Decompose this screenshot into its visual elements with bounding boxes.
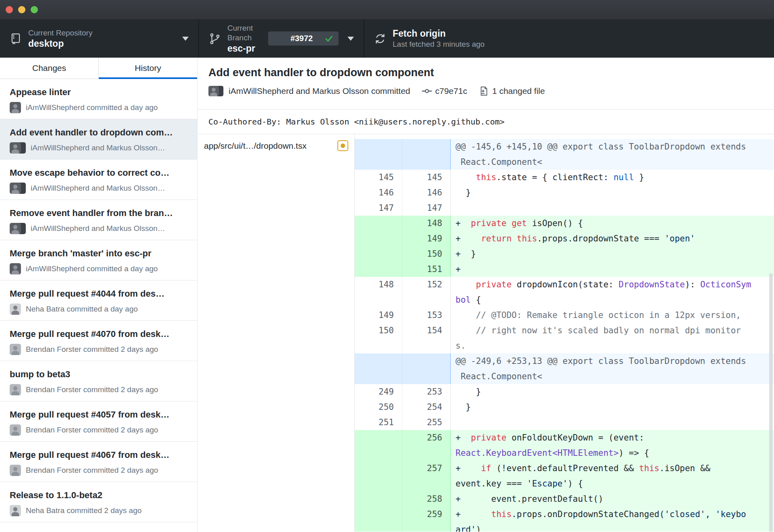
sidebar-tabs: Changes History xyxy=(0,58,197,79)
commit-item-meta: iAmWillShepherd committed a day ago xyxy=(10,102,187,113)
toolbar: Current Repository desktop Current Branc… xyxy=(0,19,774,58)
current-branch-button[interactable]: Current Branch esc-pr #3972 xyxy=(198,19,364,58)
commit-list-item[interactable]: Merge pull request #4052 from… xyxy=(0,522,197,532)
diff-new-line-number xyxy=(402,139,451,170)
file-list-item[interactable]: app/src/ui/t…/dropdown.tsx xyxy=(198,134,354,157)
commit-item-meta-text: Brendan Forster committed 2 days ago xyxy=(26,466,158,475)
commit-list-item[interactable]: Merge pull request #4057 from desk… Bren… xyxy=(0,401,197,442)
code-token xyxy=(456,280,476,289)
commit-sha[interactable]: c79e71c xyxy=(435,86,467,96)
code-token: // @TODO: Remake triangle octicon in a 1… xyxy=(476,310,741,320)
diff-row: 249 253 } xyxy=(355,384,774,399)
changed-files-count: 1 changed file xyxy=(492,86,545,96)
commit-list-item[interactable]: Merge pull request #4044 from des… Neha … xyxy=(0,281,197,321)
code-token: } xyxy=(456,188,471,197)
commit-list-item[interactable]: Merge pull request #4070 from desk… Bren… xyxy=(0,321,197,361)
diff-new-line-number: 149 xyxy=(402,231,451,246)
commit-item-meta-text: Brendan Forster committed 2 days ago xyxy=(26,385,158,394)
code-token: this xyxy=(491,509,512,519)
commit-item-meta: Brendan Forster committed 2 days ago xyxy=(10,384,187,395)
diff-row: 259 + this.props.onDropdownStateChanged(… xyxy=(355,507,774,532)
diff-rows: @@ -145,6 +145,10 @@ export class Toolba… xyxy=(355,139,774,532)
check-icon xyxy=(325,34,333,43)
diff-row: 256 + private onFoldoutKeyDown = (event:… xyxy=(355,430,774,461)
diff-code-line xyxy=(450,200,774,216)
code-token: 'open' xyxy=(664,234,695,243)
commit-item-meta-text: Brendan Forster committed 2 days ago xyxy=(26,426,158,434)
fetch-origin-button[interactable]: Fetch origin Last fetched 3 minutes ago xyxy=(364,19,566,58)
code-token: .props.dropdownState === xyxy=(537,234,664,243)
diff-pane: @@ -145,6 +145,10 @@ export class Toolba… xyxy=(355,134,774,532)
minimize-window-icon[interactable] xyxy=(18,6,25,13)
diff-row: 148 + private get isOpen() { xyxy=(355,216,774,231)
code-token: this xyxy=(639,463,660,473)
commit-item-meta-text: iAmWillShepherd and Markus Olsson… xyxy=(31,224,165,233)
diff-new-line-number: 154 xyxy=(402,323,451,353)
commit-list-item[interactable]: Remove event handler from the bran… iAmW… xyxy=(0,200,197,240)
commit-detail-pane: Add event handler to dropdown component … xyxy=(198,58,774,532)
code-token: this xyxy=(517,234,537,243)
commit-list-item[interactable]: Move escape behavior to correct co… iAmW… xyxy=(0,160,197,200)
diff-old-line-number xyxy=(355,353,402,384)
diff-old-line-number: 147 xyxy=(355,200,402,216)
code-token xyxy=(512,234,517,243)
commit-list-item[interactable]: Appease linter iAmWillShepherd committed… xyxy=(0,79,197,119)
commit-item-title: Merge pull request #4044 from des… xyxy=(10,289,187,299)
diff-row: 150 + } xyxy=(355,246,774,262)
diff-old-line-number: 149 xyxy=(355,308,402,323)
commit-item-title: Appease linter xyxy=(10,87,187,98)
diff-code-line: + return this.props.dropdownState === 'o… xyxy=(450,231,774,246)
diff-old-line-number: 150 xyxy=(355,323,402,353)
avatar xyxy=(10,424,21,436)
pr-status-badge[interactable]: #3972 xyxy=(268,31,339,46)
diff-row: 250 254 } xyxy=(355,399,774,415)
commit-list-item[interactable]: Release to 1.1.0-beta2 Neha Batra commit… xyxy=(0,482,197,522)
diff-scrollbar[interactable] xyxy=(769,273,773,532)
commit-item-title: Merge pull request #4070 from desk… xyxy=(10,329,187,339)
commit-item-title: Merge branch 'master' into esc-pr xyxy=(10,248,187,259)
code-token: (!event.defaultPrevented && xyxy=(491,463,639,473)
diff-code-line: + private onFoldoutKeyDown = (event: Rea… xyxy=(450,430,774,461)
commit-authors: iAmWillShepherd and Markus Olsson commit… xyxy=(229,86,410,96)
zoom-window-icon[interactable] xyxy=(31,6,38,13)
commit-item-meta-text: iAmWillShepherd committed a day ago xyxy=(26,103,158,112)
commit-list-item[interactable]: Add event handler to dropdown com… iAmWi… xyxy=(0,119,197,160)
diff-old-line-number xyxy=(355,262,402,277)
commit-item-meta: Brendan Forster committed 2 days ago xyxy=(10,344,187,355)
commit-list-item[interactable]: Merge pull request #4067 from desk… Bren… xyxy=(0,442,197,482)
commit-list-item[interactable]: bump to beta3 Brendan Forster committed … xyxy=(0,361,197,401)
git-branch-icon xyxy=(209,33,221,45)
diff-old-line-number xyxy=(355,246,402,262)
code-token: , xyxy=(705,509,716,519)
code-token: ) => { xyxy=(619,448,649,458)
tab-changes[interactable]: Changes xyxy=(0,58,98,79)
diff-code-line: + if (!event.defaultPrevented && this.is… xyxy=(450,461,774,491)
commit-item-meta: Brendan Forster committed 2 days ago xyxy=(10,465,187,476)
commit-list-item[interactable]: Merge branch 'master' into esc-pr iAmWil… xyxy=(0,240,197,281)
current-repository-button[interactable]: Current Repository desktop xyxy=(0,19,198,58)
code-token: // right now it's scaled badly on normal… xyxy=(456,326,741,351)
code-token: + xyxy=(456,218,471,228)
diff-row: 147 147 xyxy=(355,200,774,216)
diff-new-line-number: 148 xyxy=(402,216,451,231)
code-token: return xyxy=(481,234,512,243)
commit-item-meta: Neha Batra committed a day ago xyxy=(10,303,187,315)
diff-new-line-number: 254 xyxy=(402,399,451,415)
diff-new-line-number: 150 xyxy=(402,246,451,262)
diff-old-line-number xyxy=(355,216,402,231)
close-window-icon[interactable] xyxy=(6,6,13,13)
code-token: } xyxy=(456,387,481,397)
tab-history[interactable]: History xyxy=(98,58,197,79)
commit-title: Add event handler to dropdown component xyxy=(208,66,764,79)
commit-item-meta-text: iAmWillShepherd committed a day ago xyxy=(26,264,158,273)
commit-item-title: Move escape behavior to correct co… xyxy=(10,168,187,178)
commit-item-title: Add event handler to dropdown com… xyxy=(10,127,187,138)
diff-row: @@ -145,6 +145,10 @@ export class Toolba… xyxy=(355,139,774,170)
diff-code-line: } xyxy=(450,399,774,415)
code-token: dropdownIcon(state: xyxy=(512,280,619,289)
chevron-down-icon xyxy=(347,37,354,41)
diff-old-line-number xyxy=(355,507,402,532)
code-token: this xyxy=(476,172,497,182)
git-commit-icon xyxy=(422,86,432,96)
avatar xyxy=(10,102,21,113)
